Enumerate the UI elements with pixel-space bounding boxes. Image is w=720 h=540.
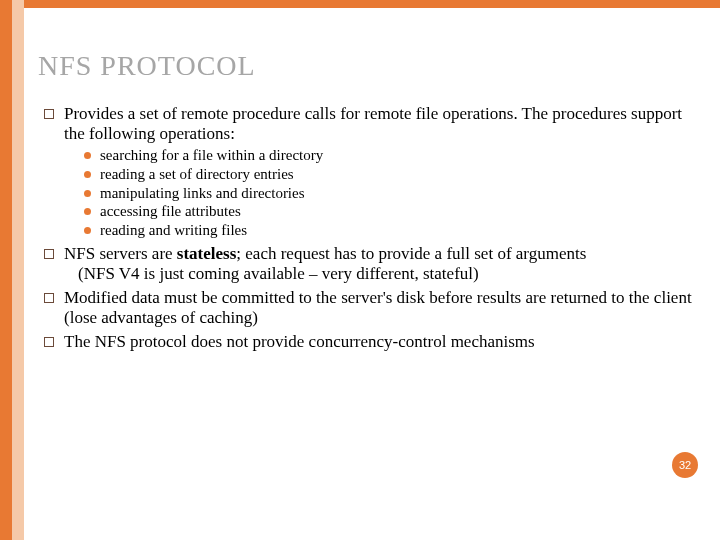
bullet-text: The NFS protocol does not provide concur… bbox=[64, 332, 535, 351]
bullet-item: Modified data must be committed to the s… bbox=[42, 288, 700, 328]
bullet-note: (NFS V4 is just coming available – very … bbox=[64, 264, 700, 284]
sub-bullet-text: reading a set of directory entries bbox=[100, 166, 294, 182]
sub-bullet-item: manipulating links and directories bbox=[82, 184, 700, 203]
sub-bullet-text: reading and writing files bbox=[100, 222, 247, 238]
sub-bullet-list: searching for a file within a directory … bbox=[64, 146, 700, 240]
page-number-badge: 32 bbox=[672, 452, 698, 478]
bullet-list: Provides a set of remote procedure calls… bbox=[38, 104, 700, 352]
sub-bullet-item: accessing file attributes bbox=[82, 202, 700, 221]
sub-bullet-text: searching for a file within a directory bbox=[100, 147, 323, 163]
sub-bullet-item: searching for a file within a directory bbox=[82, 146, 700, 165]
sub-bullet-text: manipulating links and directories bbox=[100, 185, 305, 201]
bullet-text: Provides a set of remote procedure calls… bbox=[64, 104, 682, 143]
bullet-item: Provides a set of remote procedure calls… bbox=[42, 104, 700, 240]
slide-title: NFS PROTOCOL bbox=[38, 50, 700, 82]
border-left-inner bbox=[12, 0, 24, 540]
bullet-item: NFS servers are stateless; each request … bbox=[42, 244, 700, 284]
page-number: 32 bbox=[679, 459, 691, 471]
sub-bullet-text: accessing file attributes bbox=[100, 203, 241, 219]
bullet-text: Modified data must be committed to the s… bbox=[64, 288, 692, 327]
border-top bbox=[0, 0, 720, 8]
bullet-text-post: ; each request has to provide a full set… bbox=[236, 244, 586, 263]
bullet-text-bold: stateless bbox=[177, 244, 236, 263]
sub-bullet-item: reading a set of directory entries bbox=[82, 165, 700, 184]
bullet-text-pre: NFS servers are bbox=[64, 244, 177, 263]
sub-bullet-item: reading and writing files bbox=[82, 221, 700, 240]
slide-content: NFS PROTOCOL Provides a set of remote pr… bbox=[38, 50, 700, 356]
bullet-item: The NFS protocol does not provide concur… bbox=[42, 332, 700, 352]
